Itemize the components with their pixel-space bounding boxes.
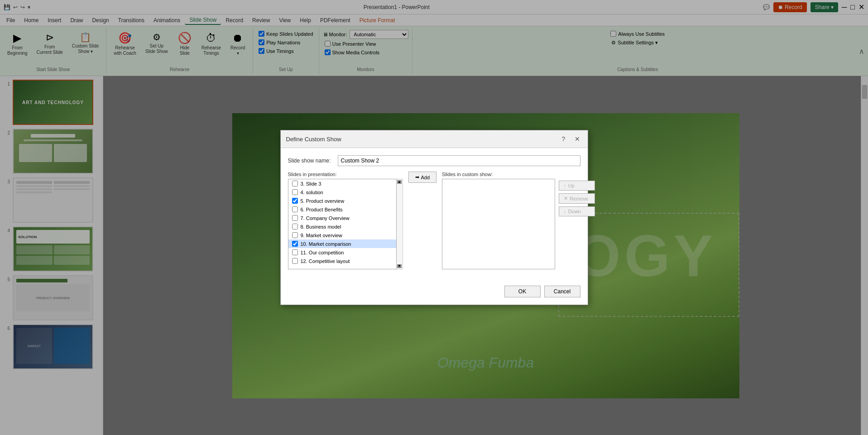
slide5-checkbox[interactable] [292,198,298,204]
down-label: Down [568,209,581,214]
scroll-track [397,185,402,263]
slide-show-name-label: Slide show name: [288,158,333,164]
up-button[interactable]: ↑ Up [559,181,595,191]
down-icon: ↓ [564,209,566,214]
slides-in-custom-list[interactable] [442,179,555,269]
slide3-label: 3. Slide 3 [301,181,321,186]
slide5-label: 5. Product overview [301,198,345,204]
slide8-label: 8. Business model [301,224,341,229]
list-item-slide5[interactable]: 5. Product overview [288,196,396,205]
slide12-checkbox[interactable] [292,258,298,264]
slide4-checkbox[interactable] [292,189,298,195]
define-custom-show-dialog: Define Custom Show ? ✕ Slide show name: … [280,130,588,305]
slide11-checkbox[interactable] [292,249,298,255]
slide9-checkbox[interactable] [292,232,298,238]
cancel-button[interactable]: Cancel [544,286,580,297]
slide11-label: 11. Our competition [301,250,344,255]
dialog-footer: OK Cancel [281,282,588,305]
slides-in-presentation-section: Slides in presentation: 3. Slide 3 4. so… [288,172,403,269]
add-button[interactable]: ➡ Add [408,172,437,183]
slide12-label: 12. Competitive layout [301,258,350,264]
list-item-slide12[interactable]: 12. Competitive layout [288,257,396,265]
slide6-label: 6. Product Benefits [301,207,343,212]
dialog-overlay: Define Custom Show ? ✕ Slide show name: … [0,0,868,435]
up-icon: ↑ [564,183,566,188]
up-down-section: ↑ Up ✕ Remove ↓ Down [555,172,595,216]
slide6-checkbox[interactable] [292,206,298,212]
slide4-label: 4. solution [301,190,323,195]
slide-show-name-row: Slide show name: [288,155,580,166]
list-item-slide7[interactable]: 7. Company Overview [288,214,396,222]
presentation-list-scrollbar[interactable]: ▲ ▼ [397,179,403,269]
down-button[interactable]: ↓ Down [559,206,595,216]
list-item-slide9[interactable]: 9. Market overview [288,231,396,239]
slide-show-name-input[interactable] [338,155,580,166]
slides-in-custom-section: Slides in custom show: [442,172,555,269]
slide7-label: 7. Company Overview [301,215,350,221]
slide3-checkbox[interactable] [292,181,298,186]
slides-in-presentation-label: Slides in presentation: [288,172,403,177]
dialog-controls: ? ✕ [559,134,582,144]
list-item-slide3[interactable]: 3. Slide 3 [288,179,396,188]
scroll-up-arrow[interactable]: ▲ [397,180,402,184]
add-remove-section: ➡ Add [403,172,442,183]
slide10-label: 10. Market comparison [301,241,351,247]
dialog-title: Define Custom Show [286,136,341,143]
scroll-down-arrow[interactable]: ▼ [397,264,402,268]
slides-in-custom-label: Slides in custom show: [442,172,555,177]
list-item-slide6[interactable]: 6. Product Benefits [288,205,396,214]
dialog-content: Slide show name: Slides in presentation:… [281,148,588,282]
list-item-slide11[interactable]: 11. Our competition [288,248,396,257]
add-arrow-icon: ➡ [415,174,419,180]
list-item-slide4[interactable]: 4. solution [288,188,396,196]
slide9-label: 9. Market overview [301,233,342,238]
up-label: Up [568,183,575,188]
dialog-lists: Slides in presentation: 3. Slide 3 4. so… [288,172,580,269]
slides-in-presentation-list-wrapper: 3. Slide 3 4. solution 5. Product overvi… [288,179,403,269]
ok-button[interactable]: OK [504,286,541,297]
dialog-title-bar: Define Custom Show ? ✕ [281,130,588,148]
remove-icon: ✕ [564,196,568,201]
remove-label: Remove [570,196,588,201]
slide8-checkbox[interactable] [292,224,298,229]
add-label: Add [421,175,430,180]
list-item-slide10[interactable]: 10. Market comparison [288,239,396,248]
slides-in-presentation-list[interactable]: 3. Slide 3 4. solution 5. Product overvi… [288,179,397,269]
list-item-slide8[interactable]: 8. Business model [288,222,396,231]
remove-button[interactable]: ✕ Remove [559,193,595,204]
dialog-help-button[interactable]: ? [559,134,569,144]
slide7-checkbox[interactable] [292,215,298,221]
slides-in-custom-list-wrapper [442,179,555,269]
dialog-close-button[interactable]: ✕ [572,134,582,144]
slide10-checkbox[interactable] [292,241,298,247]
